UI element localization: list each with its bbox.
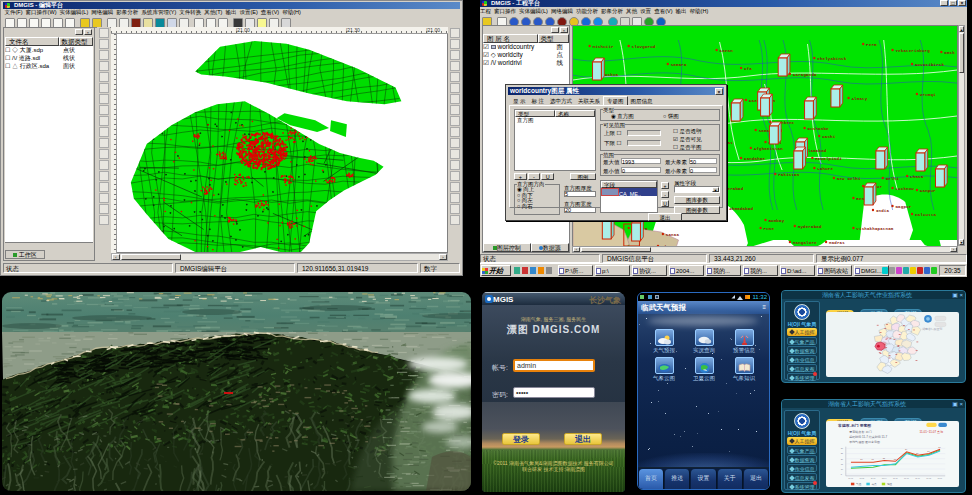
svg-text:Mangalore: Mangalore bbox=[793, 241, 817, 245]
svg-text:New Delhi: New Delhi bbox=[837, 177, 861, 181]
svg-text:27: 27 bbox=[938, 446, 941, 448]
svg-text:25: 25 bbox=[916, 452, 919, 454]
svg-text:Lahore: Lahore bbox=[817, 167, 833, 171]
svg-text:Ufa: Ufa bbox=[744, 67, 752, 71]
svg-text:露点: 露点 bbox=[872, 482, 878, 486]
svg-text:Calcutta: Calcutta bbox=[915, 213, 937, 217]
svg-text:Nagpur: Nagpur bbox=[895, 205, 911, 209]
svg-text:Almaty: Almaty bbox=[851, 97, 867, 101]
svg-text:11-03: 11-03 bbox=[871, 477, 876, 479]
svg-text:Madras: Madras bbox=[829, 241, 845, 245]
svg-text:湖南省行政区划: 湖南省行政区划 bbox=[922, 327, 942, 331]
svg-text:平均气温图 逐日变化图: 平均气温图 逐日变化图 bbox=[849, 440, 880, 444]
svg-text:11-02: 11-02 bbox=[860, 477, 865, 479]
svg-text:15: 15 bbox=[841, 463, 844, 465]
svg-text:Afghanistan: Afghanistan bbox=[754, 147, 783, 151]
svg-text:11-01: 11-01 bbox=[848, 477, 853, 479]
svg-text:22: 22 bbox=[883, 457, 886, 459]
svg-text:23: 23 bbox=[894, 458, 897, 460]
svg-text:20: 20 bbox=[841, 458, 844, 460]
svg-text:10: 10 bbox=[841, 468, 844, 470]
svg-text:Yekaterinburg: Yekaterinburg bbox=[895, 49, 930, 53]
svg-text:Kashi: Kashi bbox=[822, 135, 836, 139]
svg-text:Ahmadabad: Ahmadabad bbox=[729, 207, 753, 211]
svg-text:Dushanbe: Dushanbe bbox=[808, 127, 830, 131]
svg-text:Moskva: Moskva bbox=[602, 73, 618, 77]
svg-text:5: 5 bbox=[841, 473, 843, 475]
svg-text:Lucknow: Lucknow bbox=[895, 187, 914, 191]
svg-text:Perm: Perm bbox=[866, 43, 877, 47]
svg-text:常德市-石门 要素图: 常德市-石门 要素图 bbox=[838, 423, 871, 428]
svg-text:25: 25 bbox=[841, 452, 844, 454]
svg-text:26: 26 bbox=[927, 450, 930, 452]
svg-text:Urumqi: Urumqi bbox=[920, 93, 936, 97]
svg-text:地温: 地温 bbox=[886, 482, 893, 486]
svg-text:Novosibirsk: Novosibirsk bbox=[915, 63, 944, 67]
svg-text:Pakistan: Pakistan bbox=[778, 173, 800, 177]
svg-text:Rawalpindi: Rawalpindi bbox=[815, 157, 842, 161]
svg-text:Kandahar: Kandahar bbox=[744, 157, 766, 161]
svg-text:气温: 气温 bbox=[856, 482, 862, 486]
svg-text:Hyderabad: Hyderabad bbox=[798, 225, 822, 229]
svg-text:Pune: Pune bbox=[764, 227, 775, 231]
svg-text:Mishuiir: Mishuiir bbox=[593, 45, 615, 49]
svg-text:India: India bbox=[876, 209, 890, 213]
svg-text:11-01~11-07 查询: 11-01~11-07 查询 bbox=[920, 430, 944, 434]
svg-text:Omsk: Omsk bbox=[944, 51, 955, 55]
svg-text:要素站点名: 石门: 要素站点名: 石门 bbox=[849, 430, 872, 434]
svg-text:11-07: 11-07 bbox=[915, 477, 920, 479]
svg-text:Kanpur: Kanpur bbox=[920, 189, 936, 193]
svg-text:Slovgorod: Slovgorod bbox=[632, 45, 656, 49]
svg-text:11-06: 11-06 bbox=[904, 477, 909, 479]
svg-text:起始时间 11-7 结束时间 11-7: 起始时间 11-7 结束时间 11-7 bbox=[849, 435, 887, 439]
svg-text:11-05: 11-05 bbox=[893, 477, 898, 479]
svg-text:Delhi: Delhi bbox=[886, 177, 900, 181]
svg-text:Bombay: Bombay bbox=[768, 219, 784, 223]
svg-text:11-09: 11-09 bbox=[938, 477, 943, 479]
svg-text:11-08: 11-08 bbox=[926, 477, 931, 479]
svg-text:Vishakhapatnam: Vishakhapatnam bbox=[856, 227, 893, 231]
svg-text:Karaganda: Karaganda bbox=[793, 73, 817, 77]
svg-text:Kazan: Kazan bbox=[720, 49, 734, 53]
svg-text:30: 30 bbox=[841, 447, 844, 449]
svg-text:Samara: Samara bbox=[671, 63, 687, 67]
svg-text:Chelyabinsk: Chelyabinsk bbox=[817, 57, 846, 61]
svg-text:11-04: 11-04 bbox=[882, 477, 887, 479]
svg-text:Lhasa: Lhasa bbox=[910, 175, 924, 179]
svg-text:Sanaa: Sanaa bbox=[666, 233, 680, 237]
